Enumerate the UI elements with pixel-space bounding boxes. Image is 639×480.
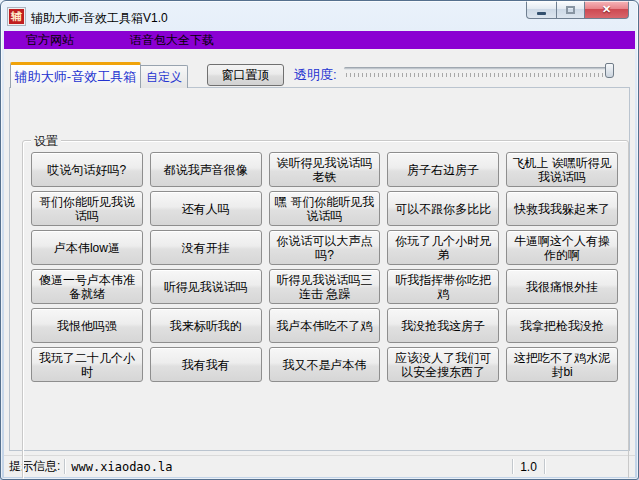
sound-button[interactable]: 嘿 哥们你能听见我说话吗	[269, 191, 381, 226]
sound-button[interactable]: 我玩了二十几个小时	[31, 347, 143, 382]
opacity-label: 透明度:	[294, 66, 337, 84]
tab-sound-toolbox[interactable]: 辅助大师-音效工具箱	[10, 62, 141, 88]
sound-button[interactable]: 这把吃不了鸡水泥封bi	[506, 347, 618, 382]
app-icon: 辅	[8, 8, 25, 25]
sound-button[interactable]: 傻逼一号卢本伟准备就绪	[31, 269, 143, 304]
minimize-button[interactable]	[526, 1, 557, 19]
sound-button[interactable]: 牛逼啊这个人有操作的啊	[506, 230, 618, 265]
sound-button[interactable]: 都说我声音很像	[150, 152, 262, 187]
tab-strip: 辅助大师-音效工具箱 自定义	[10, 62, 188, 88]
sound-button[interactable]: 应该没人了我们可以安全搜东西了	[387, 347, 499, 382]
sound-button[interactable]: 我卢本伟吃不了鸡	[269, 308, 381, 343]
sound-button[interactable]: 我又不是卢本伟	[269, 347, 381, 382]
menu-item-official-website[interactable]: 官方网站	[16, 31, 84, 49]
sound-button[interactable]: 我拿把枪我没抢	[506, 308, 618, 343]
sound-button[interactable]: 听得见我说话吗	[150, 269, 262, 304]
sound-button[interactable]: 我来标听我的	[150, 308, 262, 343]
opacity-slider-ticks	[346, 73, 612, 77]
opacity-slider-track[interactable]	[344, 67, 614, 70]
sound-button[interactable]: 我很痛恨外挂	[506, 269, 618, 304]
sound-button[interactable]: 房子右边房子	[387, 152, 499, 187]
sound-button[interactable]: 听我指挥带你吃把鸡	[387, 269, 499, 304]
menu-item-voicepack-download[interactable]: 语音包大全下载	[120, 31, 224, 49]
maximize-icon	[566, 6, 575, 14]
sound-button[interactable]: 你玩了几个小时兄弟	[387, 230, 499, 265]
opacity-slider-thumb[interactable]	[605, 63, 614, 78]
settings-groupbox-title: 设置	[31, 133, 61, 150]
sound-button[interactable]: 没有开挂	[150, 230, 262, 265]
sound-button[interactable]: 飞机上 诶嘿听得见我说话吗	[506, 152, 618, 187]
sound-button[interactable]: 卢本伟low逼	[31, 230, 143, 265]
sound-button[interactable]: 我有我有	[150, 347, 262, 382]
sound-button[interactable]: 听得见我说话吗三连击 急躁	[269, 269, 381, 304]
tab-custom[interactable]: 自定义	[141, 65, 188, 88]
opacity-slider[interactable]	[344, 63, 614, 79]
window-controls: ✕	[526, 1, 629, 19]
settings-groupbox: 设置 哎说句话好吗?都说我声音很像诶听得见我说话吗 老铁房子右边房子飞机上 诶嘿…	[22, 140, 629, 480]
minimize-icon	[537, 12, 546, 15]
close-button[interactable]: ✕	[584, 1, 629, 19]
window-title: 辅助大师-音效工具箱V1.0	[31, 10, 168, 27]
tab-page: 设置 哎说句话好吗?都说我声音很像诶听得见我说话吗 老铁房子右边房子飞机上 诶嘿…	[9, 87, 630, 451]
title-bar[interactable]: 辅 辅助大师-音效工具箱V1.0 ✕	[1, 1, 638, 31]
sound-button[interactable]: 哎说句话好吗?	[31, 152, 143, 187]
window-pin-button[interactable]: 窗口置顶	[207, 64, 284, 86]
sound-button[interactable]: 诶听得见我说话吗 老铁	[269, 152, 381, 187]
sound-button[interactable]: 哥们你能听见我说话吗	[31, 191, 143, 226]
sound-button[interactable]: 可以不跟你多比比	[387, 191, 499, 226]
sound-button[interactable]: 你说话可以大声点吗?	[269, 230, 381, 265]
maximize-button[interactable]	[556, 1, 585, 19]
sound-button[interactable]: 还有人吗	[150, 191, 262, 226]
sound-button[interactable]: 我恨他吗强	[31, 308, 143, 343]
menu-bar: 官方网站 语音包大全下载	[4, 31, 635, 49]
sound-button[interactable]: 快救我我躲起来了	[506, 191, 618, 226]
sound-button-grid: 哎说句话好吗?都说我声音很像诶听得见我说话吗 老铁房子右边房子飞机上 诶嘿听得见…	[31, 152, 618, 382]
sound-button[interactable]: 我没抢我这房子	[387, 308, 499, 343]
client-area: 辅助大师-音效工具箱 自定义 窗口置顶 透明度: 设置 哎说句话好吗?都说我声音…	[4, 49, 635, 477]
close-icon: ✕	[602, 4, 611, 15]
